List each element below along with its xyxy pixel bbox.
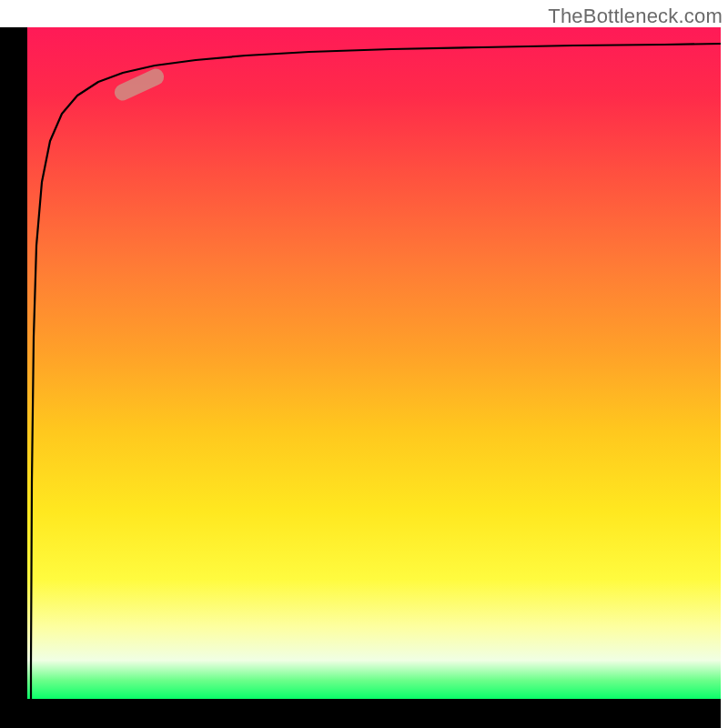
svg-rect-0 (112, 66, 167, 104)
chart-container: TheBottleneck.com (0, 0, 728, 728)
plot-area (27, 27, 721, 701)
bottleneck-curve (31, 44, 721, 699)
curve-layer (27, 27, 721, 701)
y-axis (0, 27, 27, 701)
curve-marker (112, 66, 167, 104)
watermark-text: TheBottleneck.com (548, 5, 723, 28)
x-axis (0, 699, 721, 728)
